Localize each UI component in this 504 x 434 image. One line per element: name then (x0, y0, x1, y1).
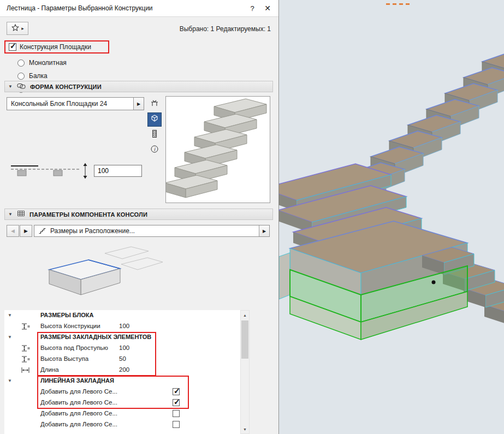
radio-beam-label: Балка (29, 72, 48, 80)
scrollbar-track[interactable] (241, 319, 249, 425)
group-label: РАЗМЕРЫ БЛОКА (40, 312, 93, 318)
table-group-row[interactable]: ▼ ЛИНЕЙНАЯ ЗАКЛАДНАЯ (4, 376, 240, 387)
table-row[interactable]: Длина 200 (4, 365, 240, 376)
radio-monolithic-circle[interactable] (17, 60, 25, 67)
dialog-body: ▸ Выбрано: 1 Редактируемых: 1 Конструкци… (0, 16, 278, 434)
parameters-table: ▼ РАЗМЕРЫ БЛОКА Высота Конструкции 100 ▼… (4, 310, 240, 434)
group-label: РАЗМЕРЫ ЗАКЛАДНЫХ ЭЛЕМЕНТОВ (40, 334, 151, 340)
param-label: Добавить для Левого Се... (40, 410, 117, 417)
param-value[interactable]: 50 (119, 355, 126, 362)
collapse-triangle-icon[interactable]: ▼ (8, 84, 13, 89)
table-row[interactable]: Добавить для Левого Се... (4, 397, 240, 408)
flyout-arrow-icon: ▸ (21, 26, 24, 31)
radio-monolithic-label: Монолитная (29, 59, 67, 67)
param-label: Длина (40, 366, 59, 373)
3d-viewport[interactable] (279, 0, 504, 434)
offset-value-input[interactable] (94, 165, 142, 177)
length-dimension-icon (21, 366, 31, 376)
landing-structure-checkbox[interactable] (9, 43, 16, 51)
table-row[interactable]: Добавить для Левого Се... (4, 419, 240, 430)
selection-status: Выбрано: 1 Редактируемых: 1 (180, 25, 271, 33)
structure-type-value: Консольный Блок Площадки 24 (11, 100, 107, 108)
cantilever-block-illustration (38, 241, 164, 308)
landing-structure-label: Конструкция Площадки (20, 43, 91, 51)
dialog-titlebar[interactable]: Лестница - Параметры Выбранной Конструкц… (0, 0, 278, 17)
collapse-triangle-icon[interactable]: ▼ (8, 378, 12, 383)
structure-preview (165, 96, 270, 203)
scroll-up-button[interactable]: ▲ (241, 311, 249, 319)
param-value[interactable]: 100 (119, 323, 129, 329)
param-label: Высота Выступа (40, 355, 88, 362)
form-structure-section[interactable]: ▼ ФОРМА КОНСТРУКЦИИ (4, 81, 273, 92)
param-label: Добавить для Левого Се... (40, 421, 117, 427)
star-icon (11, 23, 20, 34)
stair-settings-dialog: Лестница - Параметры Выбранной Конструкц… (0, 0, 279, 434)
component-params-section[interactable]: ▼ ПАРАМЕТРЫ КОМПОНЕНТА КОНСОЛИ (4, 209, 273, 220)
form-section-title: ФОРМА КОНСТРУКЦИИ (30, 84, 102, 90)
radio-beam[interactable]: Балка (17, 71, 48, 81)
select-arrow-icon[interactable]: ▶ (133, 98, 144, 110)
stair-page-icon (38, 227, 46, 236)
table-row[interactable]: Высота Конструкции 100 (4, 321, 240, 332)
height-dimension-icon (21, 355, 31, 365)
close-button[interactable]: ✕ (260, 4, 275, 13)
table-scrollbar[interactable]: ▲ ▼ (240, 310, 250, 434)
offset-dimension-icon (10, 162, 92, 185)
component-params-icon (17, 210, 25, 219)
param-checkbox[interactable] (173, 399, 180, 406)
scrollbar-thumb[interactable] (241, 320, 248, 359)
collapse-triangle-icon[interactable]: ▼ (8, 335, 12, 340)
section-view-button[interactable] (147, 128, 162, 142)
param-value[interactable]: 200 (119, 366, 129, 373)
select-arrow-icon[interactable]: ▶ (259, 225, 269, 236)
radio-beam-circle[interactable] (17, 73, 25, 80)
preview-view-strip: i (147, 97, 162, 158)
settings-page-select[interactable]: Размеры и Расположение... ▶ (34, 225, 270, 237)
archicad-window: Лестница - Параметры Выбранной Конструкц… (0, 0, 504, 434)
edit-node-dot (432, 281, 436, 284)
table-row[interactable]: Добавить для Левого Се... (4, 387, 240, 397)
param-checkbox[interactable] (173, 421, 180, 428)
table-row[interactable]: Высота Выступа 50 (4, 354, 240, 365)
param-label: Высота под Проступью (40, 344, 108, 351)
component-section-title: ПАРАМЕТРЫ КОМПОНЕНТА КОНСОЛИ (29, 211, 147, 218)
param-value[interactable]: 100 (119, 344, 129, 351)
collapse-triangle-icon[interactable]: ▼ (8, 212, 13, 217)
settings-page-value: Размеры и Расположение... (50, 227, 135, 235)
plan-view-icon (150, 99, 159, 110)
param-label: Добавить для Левого Се... (40, 399, 117, 406)
radio-monolithic[interactable]: Монолитная (17, 58, 67, 68)
help-button[interactable]: ? (245, 4, 260, 13)
landing-structure-annotation: Конструкция Площадки (4, 40, 109, 53)
orange-dashes-marker (386, 3, 410, 5)
param-label: Добавить для Левого Се... (40, 388, 117, 395)
structure-type-select[interactable]: Консольный Блок Площадки 24 ▶ (7, 97, 144, 110)
info-icon: i (150, 145, 159, 156)
3d-view-button[interactable] (147, 112, 162, 127)
table-row[interactable]: Высота под Проступью 100 (4, 343, 240, 354)
form-section-icon (17, 82, 26, 92)
film-strip-icon (150, 129, 159, 140)
table-row[interactable]: Добавить для Левого Се... (4, 408, 240, 419)
group-label: ЛИНЕЙНАЯ ЗАКЛАДНАЯ (40, 377, 114, 384)
info-button[interactable]: i (147, 143, 162, 157)
table-group-row[interactable]: ▼ РАЗМЕРЫ ЗАКЛАДНЫХ ЭЛЕМЕНТОВ (4, 332, 240, 343)
3d-cube-icon (150, 114, 159, 125)
dialog-title: Лестница - Параметры Выбранной Конструкц… (7, 4, 153, 12)
collapse-triangle-icon[interactable]: ▼ (8, 313, 12, 318)
plan-view-button[interactable] (147, 97, 162, 111)
param-checkbox[interactable] (173, 410, 180, 417)
height-dimension-icon (21, 344, 31, 354)
param-label: Высота Конструкции (40, 323, 100, 329)
param-checkbox[interactable] (173, 388, 180, 395)
table-group-row[interactable]: ▼ РАЗМЕРЫ БЛОКА (4, 310, 240, 321)
scroll-down-button[interactable]: ▼ (241, 425, 249, 433)
previous-page-button[interactable]: ◀ (7, 225, 19, 237)
svg-text:i: i (154, 147, 156, 152)
favorites-button[interactable]: ▸ (7, 22, 28, 35)
height-dimension-icon (21, 323, 31, 332)
next-page-button[interactable]: ▶ (20, 225, 32, 237)
